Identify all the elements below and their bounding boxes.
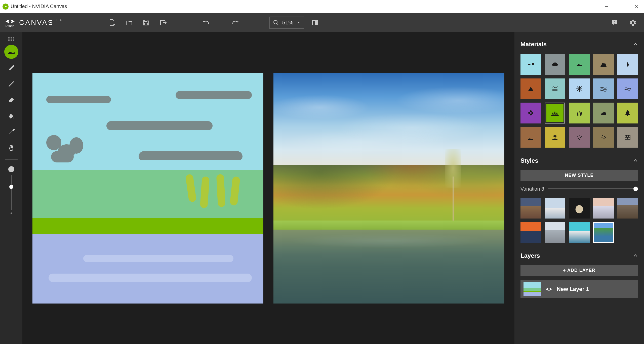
undo-button[interactable] <box>200 17 212 29</box>
svg-rect-24 <box>552 139 557 140</box>
material-mountain[interactable] <box>593 54 614 75</box>
material-hill[interactable] <box>569 54 589 75</box>
brush-tool-button[interactable] <box>4 45 18 59</box>
svg-point-32 <box>604 136 605 137</box>
style-3-thumb[interactable] <box>569 198 589 219</box>
redo-button[interactable] <box>229 17 242 29</box>
size-small-icon <box>11 212 12 214</box>
output-canvas <box>273 73 504 304</box>
material-cloud[interactable] <box>545 54 565 75</box>
svg-point-26 <box>579 135 580 136</box>
tools-sidebar <box>0 32 22 344</box>
eraser-tool-button[interactable] <box>4 93 18 107</box>
material-mud[interactable] <box>520 127 541 148</box>
material-fog[interactable] <box>545 78 565 99</box>
window-close-button[interactable] <box>632 2 641 11</box>
svg-point-18 <box>530 110 532 112</box>
material-sea[interactable] <box>593 78 614 99</box>
svg-point-27 <box>581 136 582 137</box>
style-5-thumb[interactable] <box>617 198 638 219</box>
svg-rect-36 <box>625 135 630 139</box>
styles-grid <box>518 197 640 247</box>
zoom-control[interactable]: 51% <box>269 17 304 29</box>
style-7-thumb[interactable] <box>545 222 565 243</box>
style-6-thumb[interactable] <box>520 222 541 243</box>
svg-point-35 <box>605 137 606 138</box>
line-tool-button[interactable] <box>4 77 18 91</box>
layer-item[interactable]: New Layer 1 <box>520 280 638 298</box>
window-title: Untitled - NVIDIA Canvas <box>11 4 67 9</box>
svg-line-2 <box>635 5 638 8</box>
open-file-button[interactable] <box>123 17 135 29</box>
split-view-button[interactable] <box>309 17 321 29</box>
visibility-icon[interactable] <box>545 285 553 293</box>
svg-rect-11 <box>615 21 615 22</box>
svg-line-13 <box>9 82 14 86</box>
drag-handle-icon[interactable] <box>6 35 16 43</box>
material-tree[interactable] <box>617 103 638 123</box>
material-rock[interactable] <box>593 103 614 123</box>
material-grass[interactable] <box>545 103 565 123</box>
zoom-icon <box>273 20 279 25</box>
material-gravel[interactable] <box>569 127 589 148</box>
app-icon <box>3 4 9 10</box>
top-toolbar: NVIDIA CANVASBETA 51% <box>0 13 644 32</box>
material-dirt[interactable] <box>520 78 541 99</box>
add-layer-button[interactable]: + ADD LAYER <box>520 265 638 276</box>
svg-point-22 <box>530 112 532 114</box>
material-snow[interactable] <box>569 78 589 99</box>
chevron-down-icon <box>297 21 300 24</box>
svg-point-34 <box>603 138 605 139</box>
svg-point-31 <box>602 135 603 136</box>
app-logo: NVIDIA CANVASBETA <box>5 18 80 27</box>
material-flower[interactable] <box>520 103 541 123</box>
materials-panel-header[interactable]: Materials <box>518 37 640 51</box>
brush-size-slider[interactable] <box>8 166 14 214</box>
svg-point-7 <box>274 20 277 24</box>
fill-tool-button[interactable] <box>4 109 18 123</box>
layers-panel-header[interactable]: Layers <box>518 249 640 263</box>
feedback-button[interactable] <box>609 17 621 29</box>
chevron-up-icon <box>633 42 638 47</box>
style-9-thumb[interactable] <box>593 222 614 243</box>
app-name-text: CANVAS <box>19 19 54 26</box>
style-2-thumb[interactable] <box>545 198 565 219</box>
svg-point-29 <box>580 137 581 138</box>
pan-tool-button[interactable] <box>4 141 18 155</box>
styles-panel-header[interactable]: Styles <box>518 154 640 168</box>
zoom-value: 51% <box>282 19 293 26</box>
material-bush[interactable] <box>569 103 589 123</box>
save-file-button[interactable] <box>140 17 152 29</box>
variation-slider[interactable] <box>548 188 638 189</box>
svg-point-20 <box>531 112 533 114</box>
svg-point-23 <box>553 135 557 137</box>
svg-rect-1 <box>620 5 623 8</box>
window-maximize-button[interactable] <box>617 2 626 11</box>
svg-point-33 <box>601 137 602 138</box>
beta-badge: BETA <box>55 19 62 22</box>
window-minimize-button[interactable] <box>602 2 611 11</box>
material-water[interactable] <box>617 54 638 75</box>
new-style-button[interactable]: NEW STYLE <box>520 170 638 181</box>
material-sky[interactable] <box>520 54 541 75</box>
material-sand[interactable] <box>545 127 565 148</box>
right-panel: Materials Styles NEW STYLE Variation 8 L… <box>514 32 644 344</box>
style-4-thumb[interactable] <box>593 198 614 219</box>
material-stone[interactable] <box>593 127 614 148</box>
chevron-up-icon <box>633 158 638 163</box>
settings-button[interactable] <box>627 17 639 29</box>
segmentation-canvas[interactable] <box>32 73 263 304</box>
svg-rect-12 <box>615 23 615 24</box>
material-river[interactable] <box>617 78 638 99</box>
layer-name-label: New Layer 1 <box>557 286 589 292</box>
style-1-thumb[interactable] <box>520 198 541 219</box>
pencil-tool-button[interactable] <box>4 61 18 75</box>
chevron-up-icon <box>633 253 638 258</box>
new-file-button[interactable] <box>106 17 118 29</box>
eyedropper-tool-button[interactable] <box>4 125 18 139</box>
material-wall[interactable] <box>617 127 638 148</box>
export-button[interactable] <box>157 17 169 29</box>
style-8-thumb[interactable] <box>569 222 589 243</box>
svg-point-28 <box>578 138 579 139</box>
materials-grid <box>518 53 640 152</box>
